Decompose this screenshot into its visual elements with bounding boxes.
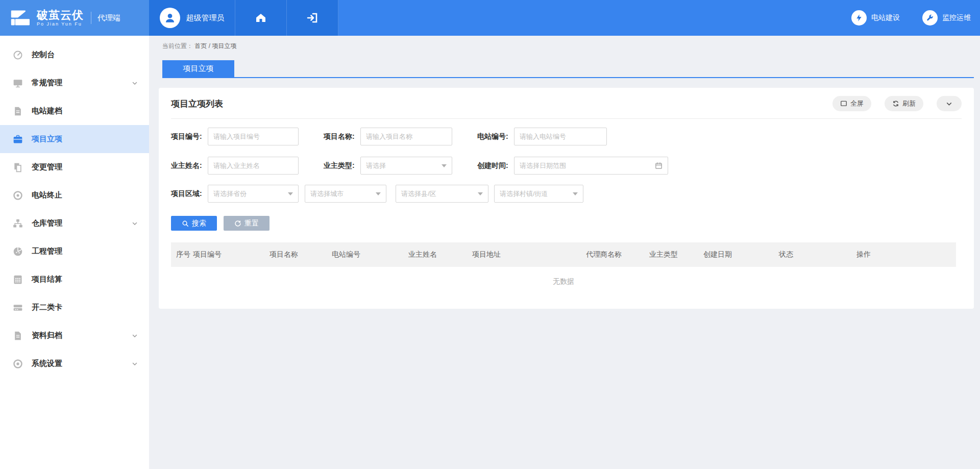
chevron-down-icon: [132, 80, 138, 86]
sidebar-item-station-terminate[interactable]: 电站终止: [0, 181, 149, 209]
project-code-input[interactable]: [208, 128, 299, 145]
chevron-down-icon: [946, 101, 952, 107]
user-name: 超级管理员: [186, 13, 225, 23]
owner-name-input[interactable]: [208, 157, 299, 175]
reset-icon: [234, 220, 241, 227]
field-label: 创建时间:: [477, 161, 511, 170]
sidebar-item-change-mgmt[interactable]: 变更管理: [0, 153, 149, 181]
document-icon: [13, 106, 24, 117]
fullscreen-icon: [840, 100, 847, 107]
quicklink-label: 监控运维: [942, 13, 971, 22]
user-avatar-icon: [163, 11, 177, 24]
station-code-input[interactable]: [514, 128, 607, 145]
sidebar-item-console[interactable]: 控制台: [0, 41, 149, 69]
breadcrumb-path[interactable]: 首页 / 项目立项: [194, 42, 236, 50]
breadcrumb: 当前位置： 首页 / 项目立项: [162, 42, 974, 51]
column-header: 项目名称: [270, 250, 332, 259]
panel-title: 项目立项列表: [171, 98, 223, 110]
collapse-button[interactable]: [937, 96, 962, 111]
sidebar-item-station-archive[interactable]: 电站建档: [0, 97, 149, 125]
user-menu[interactable]: 超级管理员: [149, 0, 235, 36]
project-name-input[interactable]: [360, 128, 452, 145]
sidebar-item-label: 变更管理: [32, 162, 62, 172]
refresh-button[interactable]: 刷新: [885, 96, 923, 111]
tab-project-initiation[interactable]: 项目立项: [162, 60, 234, 77]
breadcrumb-label: 当前位置：: [162, 42, 193, 50]
chevron-down-icon: [132, 220, 138, 227]
project-initiation-panel: 项目立项列表 全屏: [159, 88, 974, 309]
sidebar-item-label: 项目结算: [32, 275, 62, 284]
sidebar-item-label: 常规管理: [32, 78, 62, 88]
top-header: 破茧云伏 Po Jian Yun Fu 代理端 超级管理员: [0, 0, 980, 36]
sidebar-item-project-initiation[interactable]: 项目立项: [0, 125, 149, 153]
sidebar-item-engineering-mgmt[interactable]: 工程管理: [0, 237, 149, 265]
search-form-row-3: 项目区域: 请选择省份 请选择城市 请选择县/区 请选择村镇/街道: [171, 185, 962, 203]
reset-button[interactable]: 重置: [224, 216, 270, 231]
column-header: 状态: [779, 250, 856, 259]
field-label: 业主类型:: [324, 161, 357, 170]
province-select[interactable]: 请选择省份: [208, 185, 299, 203]
sidebar-item-data-archive[interactable]: 资料归档: [0, 322, 149, 350]
quicklink-monitor-ops[interactable]: 监控运维: [922, 10, 971, 26]
content-area: 当前位置： 首页 / 项目立项 项目立项 项目立项列表 全屏: [149, 36, 980, 469]
select-caret-icon: [573, 192, 578, 195]
field-label: 业主姓名:: [171, 161, 205, 170]
fullscreen-button[interactable]: 全屏: [832, 96, 871, 111]
column-header: 项目地址: [472, 250, 586, 259]
sidebar-item-general-mgmt[interactable]: 常规管理: [0, 69, 149, 97]
sidebar: 控制台 常规管理 电站建档: [0, 36, 149, 469]
sidebar-item-label: 控制台: [32, 50, 55, 60]
card-icon: [13, 302, 24, 313]
owner-type-select[interactable]: 请选择: [360, 157, 452, 175]
empty-state: 无数据: [171, 267, 956, 297]
sidebar-item-label: 开二类卡: [32, 303, 62, 312]
field-label: 项目名称:: [324, 132, 357, 141]
home-icon: [255, 12, 267, 24]
dashboard-icon: [13, 50, 24, 61]
brand-block[interactable]: 破茧云伏 Po Jian Yun Fu 代理端: [0, 0, 149, 36]
sidebar-item-project-settlement[interactable]: 项目结算: [0, 265, 149, 293]
county-select[interactable]: 请选择县/区: [396, 185, 488, 203]
town-select[interactable]: 请选择村镇/街道: [494, 185, 583, 203]
logout-button[interactable]: [287, 0, 338, 36]
create-time-range-picker[interactable]: 请选择日期范围: [514, 157, 668, 175]
select-caret-icon: [478, 192, 483, 195]
sidebar-item-system-settings[interactable]: 系统设置: [0, 350, 149, 378]
settings-icon: [13, 358, 24, 369]
quicklink-label: 电站建设: [871, 13, 900, 22]
sidebar-item-open-type2-card[interactable]: 开二类卡: [0, 293, 149, 322]
column-header: 操作: [856, 250, 956, 259]
pie-chart-icon: [13, 246, 24, 257]
project-table: 序号 项目编号 项目名称 电站编号 业主姓名 项目地址 代理商名称 业主类型 创…: [171, 242, 962, 297]
panel-toolbar: 全屏 刷新: [832, 96, 962, 111]
sidebar-item-label: 工程管理: [32, 246, 62, 256]
target-icon: [13, 190, 24, 201]
search-icon: [182, 220, 189, 227]
sidebar-item-warehouse-mgmt[interactable]: 仓库管理: [0, 209, 149, 237]
sidebar-item-label: 项目立项: [32, 134, 62, 144]
logout-icon: [306, 12, 319, 24]
copy-icon: [13, 162, 24, 173]
field-label: 项目编号:: [171, 132, 205, 141]
search-button[interactable]: 搜索: [171, 216, 217, 231]
brand-divider: [91, 12, 91, 24]
quicklink-station-build[interactable]: 电站建设: [851, 10, 900, 26]
column-header: 创建日期: [703, 250, 779, 259]
field-label: 电站编号:: [477, 132, 511, 141]
quick-links: 电站建设 监控运维: [851, 0, 971, 36]
header-spacer: [338, 0, 851, 36]
calculator-icon: [13, 274, 24, 285]
calendar-icon: [655, 162, 663, 169]
briefcase-icon: [13, 134, 24, 145]
avatar: [160, 8, 180, 28]
column-header: 电站编号: [332, 250, 408, 259]
select-caret-icon: [442, 164, 447, 167]
panel-divider: [171, 118, 962, 119]
sidebar-item-label: 仓库管理: [32, 218, 62, 228]
select-caret-icon: [288, 192, 293, 195]
pojian-logo-icon: [8, 8, 32, 28]
home-button[interactable]: [235, 0, 287, 36]
city-select[interactable]: 请选择城市: [305, 185, 386, 203]
brand-title: 破茧云伏: [37, 9, 84, 21]
field-label: 项目区域:: [171, 189, 205, 199]
